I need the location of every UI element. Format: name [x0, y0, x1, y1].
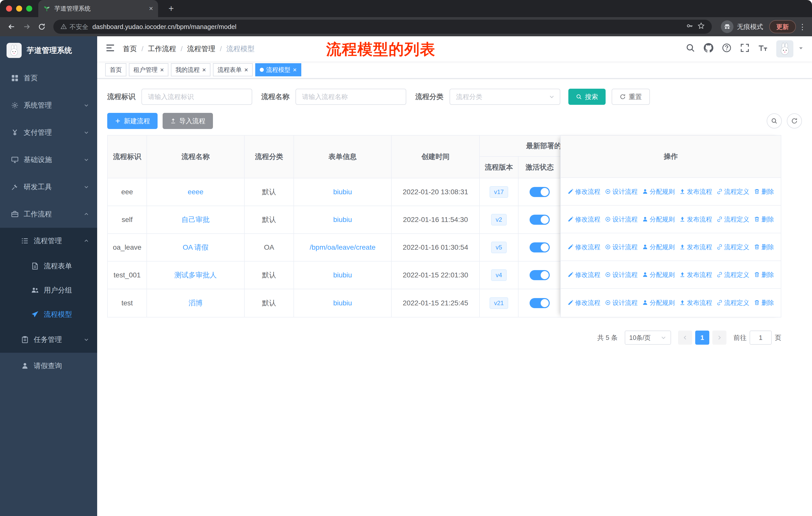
prev-page-button[interactable]	[678, 331, 692, 345]
breadcrumb-home[interactable]: 首页	[123, 44, 137, 54]
action-design-process[interactable]: 设计流程	[605, 271, 638, 279]
sidebar-item-process-management[interactable]: 流程管理	[0, 228, 97, 254]
tag-home[interactable]: 首页	[105, 63, 126, 76]
action-process-definition[interactable]: 流程定义	[717, 187, 749, 196]
sidebar-collapse-button[interactable]	[105, 43, 115, 55]
security-indicator[interactable]: 不安全	[60, 23, 88, 31]
reset-button[interactable]: 重置	[612, 89, 650, 105]
action-assign-rule[interactable]: 分配规则	[642, 215, 675, 223]
browser-menu-button[interactable]: ⋮	[798, 22, 807, 31]
sidebar-item-workflow[interactable]: 工作流程	[0, 200, 97, 228]
page-size-select[interactable]: 10条/页	[625, 331, 671, 345]
tag-my-process[interactable]: 我的流程 ×	[171, 63, 210, 76]
active-toggle[interactable]	[529, 215, 550, 225]
github-button[interactable]	[704, 43, 713, 55]
sidebar-item-infrastructure[interactable]: 基础设施	[0, 146, 97, 173]
create-process-button[interactable]: 新建流程	[107, 113, 157, 129]
action-design-process[interactable]: 设计流程	[605, 243, 638, 251]
action-delete[interactable]: 删除	[754, 187, 774, 196]
form-info-link[interactable]: biubiu	[333, 299, 352, 307]
action-edit-process[interactable]: 修改流程	[568, 299, 600, 307]
action-delete[interactable]: 删除	[754, 299, 774, 307]
sidebar-item-devtools[interactable]: 研发工具	[0, 173, 97, 200]
sidebar-item-payment[interactable]: 支付管理	[0, 119, 97, 146]
back-button[interactable]	[5, 20, 18, 33]
form-info-link[interactable]: biubiu	[333, 271, 352, 279]
action-edit-process[interactable]: 修改流程	[568, 187, 600, 196]
action-publish-process[interactable]: 发布流程	[679, 243, 712, 251]
sidebar-item-system[interactable]: 系统管理	[0, 92, 97, 119]
process-name-link[interactable]: 测试多审批人	[174, 270, 217, 280]
form-info-link[interactable]: /bpm/oa/leave/create	[310, 243, 376, 251]
action-design-process[interactable]: 设计流程	[605, 187, 638, 196]
goto-page-input[interactable]	[750, 331, 772, 345]
form-info-link[interactable]: biubiu	[333, 188, 352, 196]
zoom-window-button[interactable]	[26, 5, 32, 11]
action-process-definition[interactable]: 流程定义	[717, 215, 749, 223]
tab-close-icon[interactable]: ×	[149, 5, 153, 12]
breadcrumb-process-management[interactable]: 流程管理	[187, 44, 215, 54]
close-icon[interactable]: ×	[293, 66, 297, 73]
tag-process-model[interactable]: 流程模型 ×	[255, 63, 301, 76]
tag-tenant-management[interactable]: 租户管理 ×	[129, 63, 168, 76]
sidebar-item-user-group[interactable]: 用户分组	[0, 278, 97, 302]
action-edit-process[interactable]: 修改流程	[568, 215, 600, 223]
action-publish-process[interactable]: 发布流程	[679, 271, 712, 279]
sidebar-logo[interactable]: 芋道管理系统	[0, 36, 97, 64]
tag-process-form[interactable]: 流程表单 ×	[213, 63, 253, 76]
url-text[interactable]: dashboard.yudao.iocoder.cn/bpm/manager/m…	[92, 23, 682, 31]
category-select[interactable]: 流程分类	[450, 89, 560, 105]
action-delete[interactable]: 删除	[754, 243, 774, 251]
chrome-update-button[interactable]: 更新	[769, 20, 796, 33]
sidebar-item-home[interactable]: 首页	[0, 64, 97, 92]
action-publish-process[interactable]: 发布流程	[679, 299, 712, 307]
close-window-button[interactable]	[6, 5, 12, 11]
help-button[interactable]	[722, 43, 731, 55]
process-name-link[interactable]: 自己审批	[181, 215, 210, 224]
action-process-definition[interactable]: 流程定义	[717, 299, 749, 307]
action-assign-rule[interactable]: 分配规则	[642, 299, 675, 307]
process-name-link[interactable]: eeee	[188, 188, 203, 196]
header-search-button[interactable]	[686, 43, 695, 55]
process-name-link[interactable]: OA 请假	[183, 243, 209, 252]
process-name-link[interactable]: 滔博	[188, 298, 203, 308]
close-icon[interactable]: ×	[160, 66, 164, 73]
forward-button[interactable]	[20, 20, 33, 33]
active-toggle[interactable]	[529, 187, 550, 197]
font-size-button[interactable]	[758, 43, 768, 55]
action-design-process[interactable]: 设计流程	[605, 215, 638, 223]
process-id-input[interactable]	[141, 89, 252, 105]
close-icon[interactable]: ×	[202, 66, 206, 73]
action-process-definition[interactable]: 流程定义	[717, 271, 749, 279]
action-delete[interactable]: 删除	[754, 215, 774, 223]
next-page-button[interactable]	[712, 331, 726, 345]
minimize-window-button[interactable]	[16, 5, 22, 11]
form-info-link[interactable]: biubiu	[333, 216, 352, 224]
close-icon[interactable]: ×	[244, 66, 248, 73]
process-name-input[interactable]	[295, 89, 406, 105]
active-toggle[interactable]	[529, 298, 550, 308]
reload-button[interactable]	[35, 20, 48, 33]
avatar-caret-icon[interactable]	[798, 45, 804, 53]
address-bar[interactable]: 不安全 dashboard.yudao.iocoder.cn/bpm/manag…	[53, 20, 712, 34]
sidebar-item-task-management[interactable]: 任务管理	[0, 327, 97, 353]
action-assign-rule[interactable]: 分配规则	[642, 187, 675, 196]
fullscreen-button[interactable]	[740, 43, 750, 55]
sidebar-item-process-model[interactable]: 流程模型	[0, 302, 97, 327]
page-number-1[interactable]: 1	[695, 331, 709, 345]
breadcrumb-workflow[interactable]: 工作流程	[148, 44, 176, 54]
action-edit-process[interactable]: 修改流程	[568, 271, 600, 279]
action-assign-rule[interactable]: 分配规则	[642, 243, 675, 251]
action-design-process[interactable]: 设计流程	[605, 299, 638, 307]
import-process-button[interactable]: 导入流程	[163, 113, 213, 129]
avatar[interactable]	[776, 40, 793, 57]
new-tab-button[interactable]: +	[165, 2, 177, 15]
search-button[interactable]: 搜索	[568, 89, 606, 105]
toggle-search-button[interactable]	[767, 113, 782, 129]
action-publish-process[interactable]: 发布流程	[679, 215, 712, 223]
action-process-definition[interactable]: 流程定义	[717, 243, 749, 251]
active-toggle[interactable]	[529, 270, 550, 280]
active-toggle[interactable]	[529, 242, 550, 252]
password-key-button[interactable]	[686, 22, 693, 31]
refresh-table-button[interactable]	[787, 113, 802, 129]
